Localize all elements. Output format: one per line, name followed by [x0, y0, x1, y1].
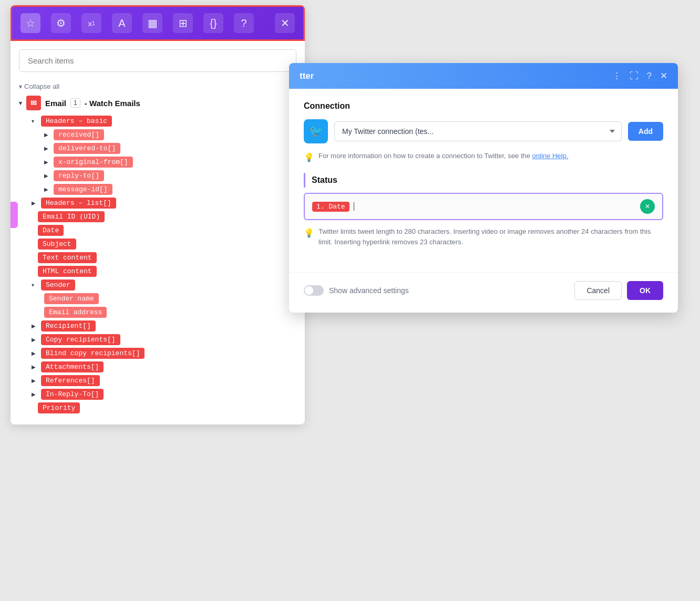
date-tag-input: 1. Date — [312, 202, 349, 212]
x-original-tag[interactable]: x-original-from[] — [54, 157, 133, 168]
close-right-icon[interactable]: ✕ — [660, 70, 667, 81]
expand-icon[interactable]: ⛶ — [630, 71, 639, 81]
headers-list-item: ▶ Headers – list[] — [32, 198, 296, 209]
date-item: Date — [38, 225, 296, 236]
priority-item: Priority — [38, 402, 296, 413]
headers-list-arrow[interactable]: ▶ — [32, 200, 38, 206]
right-panel-header: tter ⋮ ⛶ ? ✕ — [289, 63, 678, 89]
recipient-tag[interactable]: Recipient[] — [41, 320, 96, 331]
html-content-tag[interactable]: HTML content — [38, 266, 97, 277]
priority-tag[interactable]: Priority — [38, 402, 80, 413]
headers-basic-arrow[interactable]: ▾ — [32, 118, 38, 124]
cursor — [354, 202, 355, 211]
connection-select[interactable]: My Twitter connection (tes... — [334, 121, 622, 141]
subject-tag[interactable]: Subject — [38, 239, 76, 250]
status-section: Status — [304, 173, 663, 188]
headers-basic-item: ▾ Headers – basic ▶ received[] ▶ deliver… — [32, 116, 296, 195]
sender-item: ▾ Sender Sender name Email address — [32, 279, 296, 318]
text-icon[interactable]: A — [112, 13, 132, 33]
blind-copy-item: ▶ Blind copy recipients[] — [32, 348, 296, 359]
footer-buttons: Cancel OK — [574, 281, 663, 300]
status-label: Status — [312, 175, 337, 185]
settings-icon[interactable]: ⚙ — [51, 13, 71, 33]
reply-to-tag[interactable]: reply-to[] — [54, 170, 104, 181]
twitter-hint-text: Twitter limits tweet length to 280 chara… — [318, 226, 663, 247]
ok-button[interactable]: OK — [627, 281, 663, 300]
email-address-tag[interactable]: Email address — [44, 307, 107, 318]
in-reply-to-tag[interactable]: In-Reply-To[] — [41, 389, 104, 400]
x-original-arrow[interactable]: ▶ — [44, 159, 50, 165]
email-badge: 1 — [70, 98, 80, 108]
twitter-hint: 💡 Twitter limits tweet length to 280 cha… — [304, 226, 663, 247]
twitter-icon: 🐦 — [309, 125, 323, 138]
calendar-icon[interactable]: ▦ — [142, 13, 162, 33]
right-panel: tter ⋮ ⛶ ? ✕ Connection 🐦 My Twitter con… — [289, 63, 678, 313]
hint-icon: 💡 — [304, 152, 314, 162]
received-tag[interactable]: received[] — [54, 129, 104, 140]
email-chevron[interactable]: ▾ — [19, 100, 22, 107]
blind-copy-arrow[interactable]: ▶ — [32, 350, 38, 356]
attachments-item: ▶ Attachments[] — [32, 361, 296, 372]
help-right-icon[interactable]: ? — [647, 71, 652, 81]
headers-list-tag[interactable]: Headers – list[] — [41, 198, 116, 209]
twitter-hint-icon: 💡 — [304, 227, 314, 240]
add-button[interactable]: Add — [628, 122, 663, 141]
text-content-item: Text content — [38, 252, 296, 263]
sender-name-item: Sender name — [44, 293, 296, 304]
copy-recipients-item: ▶ Copy recipients[] — [32, 334, 296, 345]
received-arrow[interactable]: ▶ — [44, 132, 50, 138]
message-id-item: ▶ message-id[] — [44, 184, 296, 195]
advanced-toggle[interactable] — [304, 285, 324, 296]
superscript-icon[interactable]: x1 — [81, 13, 101, 33]
clear-status-button[interactable] — [640, 199, 655, 214]
headers-basic-tag[interactable]: Headers – basic — [41, 116, 112, 127]
table-icon[interactable]: ⊞ — [173, 13, 193, 33]
references-arrow[interactable]: ▶ — [32, 378, 38, 384]
side-tab[interactable] — [11, 202, 18, 228]
right-panel-body: Connection 🐦 My Twitter connection (tes.… — [289, 89, 678, 272]
html-content-item: HTML content — [38, 266, 296, 277]
sender-arrow[interactable]: ▾ — [32, 282, 38, 288]
attachments-arrow[interactable]: ▶ — [32, 364, 38, 370]
recipient-item: ▶ Recipient[] — [32, 320, 296, 331]
sender-name-tag[interactable]: Sender name — [44, 293, 99, 304]
collapse-all[interactable]: Collapse all — [19, 80, 296, 96]
references-item: ▶ References[] — [32, 375, 296, 386]
close-icon[interactable]: ✕ — [275, 13, 295, 33]
delivered-arrow[interactable]: ▶ — [44, 146, 50, 151]
message-id-tag[interactable]: message-id[] — [54, 184, 112, 195]
twitter-icon-box: 🐦 — [304, 119, 328, 143]
attachments-tag[interactable]: Attachments[] — [41, 361, 104, 372]
help-icon[interactable]: ? — [234, 13, 254, 33]
received-item: ▶ received[] — [44, 129, 296, 140]
online-help-link[interactable]: online Help. — [532, 152, 569, 160]
cancel-button[interactable]: Cancel — [574, 281, 622, 300]
delivered-to-item: ▶ delivered-to[] — [44, 143, 296, 154]
status-input-box[interactable]: 1. Date — [304, 193, 663, 220]
hint-text: For more information on how to create a … — [318, 152, 532, 160]
date-tag-item[interactable]: Date — [38, 225, 64, 236]
sender-tag[interactable]: Sender — [41, 279, 75, 291]
code-icon[interactable]: {} — [203, 13, 223, 33]
blind-copy-tag[interactable]: Blind copy recipients[] — [41, 348, 145, 359]
more-icon[interactable]: ⋮ — [612, 70, 621, 81]
reply-to-arrow[interactable]: ▶ — [44, 173, 50, 179]
connection-hint: 💡 For more information on how to create … — [304, 152, 663, 162]
star-icon[interactable]: ☆ — [20, 13, 40, 33]
email-id-tag[interactable]: Email ID (UID) — [38, 211, 105, 222]
search-area — [11, 41, 305, 80]
subject-item: Subject — [38, 239, 296, 250]
text-content-tag[interactable]: Text content — [38, 252, 97, 263]
reply-to-item: ▶ reply-to[] — [44, 170, 296, 181]
email-address-item: Email address — [44, 307, 296, 318]
message-id-arrow[interactable]: ▶ — [44, 186, 50, 192]
recipient-arrow[interactable]: ▶ — [32, 323, 38, 329]
search-input[interactable] — [19, 49, 296, 72]
delivered-to-tag[interactable]: delivered-to[] — [54, 143, 120, 154]
copy-recipients-arrow[interactable]: ▶ — [32, 337, 38, 343]
in-reply-to-arrow[interactable]: ▶ — [32, 391, 38, 397]
copy-recipients-tag[interactable]: Copy recipients[] — [41, 334, 120, 345]
right-panel-header-icons: ⋮ ⛶ ? ✕ — [612, 70, 667, 81]
references-tag[interactable]: References[] — [41, 375, 100, 386]
panel-content: Collapse all ▾ ✉ Email 1 - Watch Emails … — [11, 80, 305, 424]
